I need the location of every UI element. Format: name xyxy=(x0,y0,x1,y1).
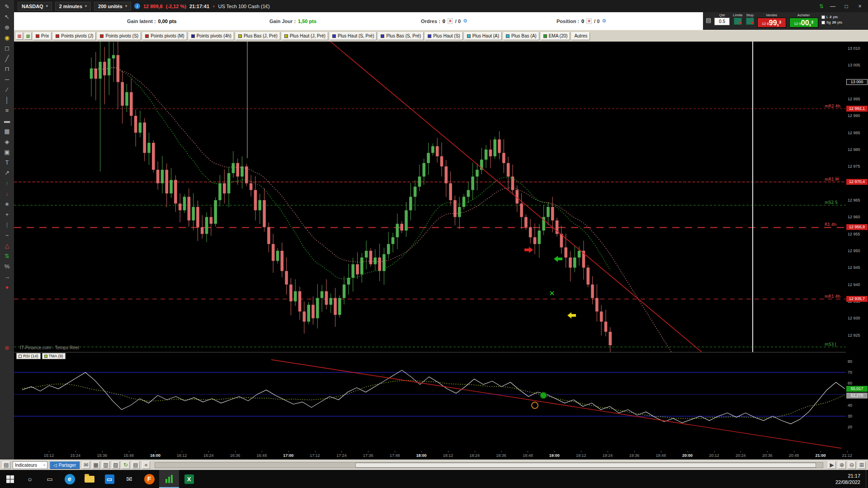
print-icon[interactable]: ▤ xyxy=(706,17,711,23)
share-button[interactable]: ◁ Partager xyxy=(50,461,80,469)
vertical-line-tool-icon[interactable]: │ xyxy=(1,95,13,105)
magnet-tool-icon[interactable]: ⊓ xyxy=(1,64,13,74)
text-tool-icon[interactable]: T xyxy=(1,157,13,167)
pattern-tool-icon[interactable]: △ xyxy=(1,240,13,250)
legend-chip-autres[interactable]: Autres xyxy=(571,32,590,40)
point-tool-icon[interactable]: ∗ xyxy=(1,199,13,209)
excel-icon[interactable]: X xyxy=(179,470,199,488)
calendar-icon[interactable]: ▦ xyxy=(92,461,100,469)
trading-app-icon[interactable] xyxy=(159,470,179,488)
rsi-legend-chip[interactable]: TMA (9) xyxy=(42,353,66,359)
rsi-legend-chip[interactable]: RSI (14) xyxy=(16,353,41,359)
taskbar-clock[interactable]: 21:17 22/08/2022 xyxy=(835,473,866,486)
zoom-in-icon[interactable]: ⊕ xyxy=(838,461,846,469)
legend-chip-plus-bas-a-[interactable]: Plus Bas (A) xyxy=(503,32,539,40)
legend-chip-plus-haut-s-[interactable]: Plus Haut (S) xyxy=(425,32,462,40)
store-icon[interactable]: ▭ xyxy=(99,470,119,488)
limit-order-icon[interactable] xyxy=(734,18,742,25)
sell-button[interactable]: 12 899,3 xyxy=(757,18,786,28)
sell-arrow-tool-icon[interactable]: ↓ xyxy=(1,188,13,198)
zoom-tool-icon[interactable]: ⊕ xyxy=(1,22,13,32)
legend-chip-points-pivots-s-[interactable]: Points pivots (S) xyxy=(97,32,141,40)
time-axis[interactable]: 15:1215:2415:3615:4816:0016:1216:2416:36… xyxy=(14,451,868,460)
zoom-out-icon[interactable]: ⊖ xyxy=(848,461,856,469)
downtrend-line[interactable] xyxy=(330,42,702,352)
buy-button[interactable]: 12 900,3 xyxy=(789,18,818,28)
timeframe-selector[interactable]: 2 minutes ▾ xyxy=(55,2,91,11)
file-explorer-icon[interactable] xyxy=(80,470,99,488)
cursor-tool-icon[interactable]: ↖ xyxy=(1,12,13,22)
stats-icon[interactable]: ▧ xyxy=(112,461,120,469)
instrument-selector[interactable]: NASDAQ ▾ xyxy=(18,2,52,11)
rsi-downtrend-line[interactable] xyxy=(271,360,841,448)
fibonacci-tool-icon[interactable]: ≡ xyxy=(1,105,13,115)
forward-tool-icon[interactable]: → xyxy=(1,272,13,282)
comment-icon[interactable]: ✉ xyxy=(82,461,90,469)
orders-settings-icon[interactable]: ⚙ xyxy=(463,18,467,24)
legend-layout-tool-icon[interactable]: ▦ xyxy=(24,33,32,40)
minimize-button[interactable]: — xyxy=(828,3,837,9)
ruler-tool-icon[interactable]: ╱ xyxy=(1,53,13,63)
mail-icon[interactable]: ✉ xyxy=(119,470,139,488)
refresh-icon[interactable]: ↻ xyxy=(122,461,130,469)
brush-tool-icon[interactable]: ▬ xyxy=(1,116,13,126)
legend-chip-prix[interactable]: Prix xyxy=(33,32,52,40)
stop-checkbox[interactable] xyxy=(821,21,825,24)
legend-chip-plus-haut-s-pr-[interactable]: Plus Haut (S, Pré) xyxy=(330,32,377,40)
updown-tool-icon[interactable]: ⇅ xyxy=(1,251,13,261)
search-button[interactable]: ○ xyxy=(20,470,40,488)
fit-screen-icon[interactable]: ⊞ xyxy=(858,461,866,469)
segment-tool-icon[interactable]: ─ xyxy=(1,74,13,84)
collapse-icon[interactable]: « xyxy=(142,461,150,469)
copy-tool-icon[interactable]: ▣ xyxy=(1,147,13,157)
percent-tool-icon[interactable]: % xyxy=(1,261,13,271)
grid-tool-icon[interactable]: ▦ xyxy=(1,126,13,136)
quantity-input[interactable] xyxy=(714,18,730,25)
legend-chip-points-pivots-m-[interactable]: Points pivots (M) xyxy=(142,32,187,40)
rsi-axis[interactable]: 8070605040302055,01752,270 xyxy=(846,352,868,451)
close-button[interactable]: × xyxy=(855,3,864,9)
position-settings-icon[interactable]: ⚙ xyxy=(602,18,606,24)
eraser-tool-icon[interactable]: ◻ xyxy=(1,43,13,53)
maximize-button[interactable]: □ xyxy=(842,3,851,9)
stop-order-icon[interactable] xyxy=(746,18,754,25)
pencil-tool-icon[interactable]: ✎ xyxy=(1,1,13,11)
legend-chip-points-pivots-4h-[interactable]: Points pivots (4h) xyxy=(189,32,234,40)
legend-price-tool-icon[interactable]: ▦ xyxy=(16,33,23,40)
wave-tool-icon[interactable]: ~ xyxy=(1,230,13,240)
edge-icon[interactable]: e xyxy=(60,470,80,488)
trendline-tool-icon[interactable]: ∕ xyxy=(1,84,13,94)
legend-chip-plus-haut-j-pr-[interactable]: Plus Haut (J, Pré) xyxy=(282,32,328,40)
rsi-chart[interactable] xyxy=(14,352,846,451)
info-icon[interactable]: i xyxy=(134,3,140,9)
price-axis[interactable]: 13 01013 00513 00012 99512 99012 98512 9… xyxy=(846,42,868,352)
disconnect-icon[interactable]: ⊗ xyxy=(0,344,14,351)
units-selector[interactable]: 200 unités ▾ xyxy=(94,2,131,11)
limit-checkbox[interactable] xyxy=(821,15,825,19)
step-forward-icon[interactable]: ▶ xyxy=(828,461,836,469)
price-chart[interactable]: mR2 4hmR1 MmS2 SR1 4hmR1 4hmS3 J xyxy=(14,42,846,352)
crosshair-tool-icon[interactable]: + xyxy=(1,209,13,219)
close-position-icon[interactable]: × xyxy=(586,18,592,24)
firefox-icon[interactable]: F xyxy=(139,470,159,488)
legend-chip-plus-bas-s-pr-[interactable]: Plus Bas (S, Pré) xyxy=(378,32,424,40)
scrollbar-thumb[interactable] xyxy=(355,463,816,468)
start-button[interactable] xyxy=(0,470,20,488)
buy-arrow-tool-icon[interactable]: ↑ xyxy=(1,178,13,188)
indicators-dropdown[interactable]: Indicateurs ▾ xyxy=(13,461,47,469)
chart-tab-icon[interactable]: ▤ xyxy=(2,461,10,469)
record-tool-icon[interactable]: ● xyxy=(1,282,13,292)
pivot-tool-icon[interactable]: ◈ xyxy=(1,136,13,146)
task-view-button[interactable]: ▭ xyxy=(40,470,60,488)
legend-chip-ema-20-[interactable]: EMA (20) xyxy=(541,32,571,40)
legend-chip-points-pivots-j-[interactable]: Points pivots (J) xyxy=(53,32,96,40)
horizontal-scrollbar[interactable] xyxy=(155,462,823,468)
more-tools-icon[interactable]: ⋮ xyxy=(1,220,13,230)
alarm-tool-icon[interactable]: ◉ xyxy=(1,33,13,42)
show-desktop-button[interactable] xyxy=(866,470,868,488)
legend-chip-plus-haut-a-[interactable]: Plus Haut (A) xyxy=(464,32,502,40)
table-icon[interactable]: ▥ xyxy=(102,461,110,469)
layout-icon[interactable]: ▤ xyxy=(132,461,140,469)
arrow-tool-icon[interactable]: ↗ xyxy=(1,168,13,178)
cancel-orders-icon[interactable]: × xyxy=(448,18,453,24)
